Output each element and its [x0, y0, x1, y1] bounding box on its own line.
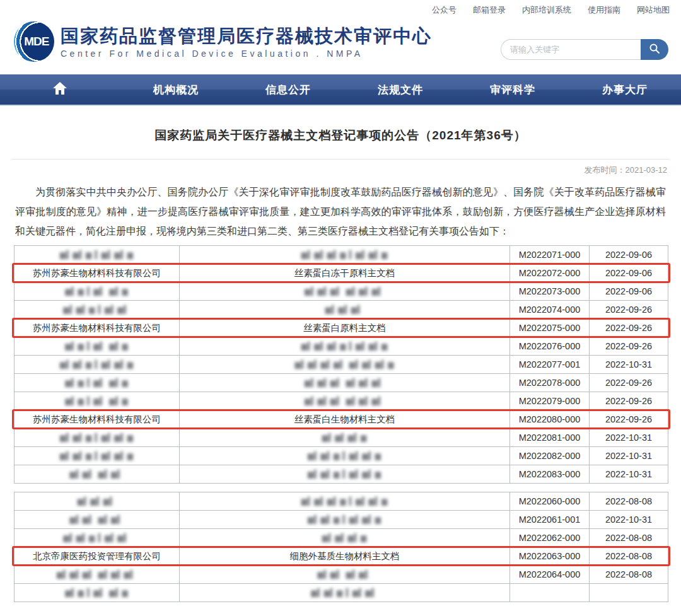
company-cell: 苏州苏豪生物材料科技有限公司: [14, 319, 179, 337]
brand-text: 国家药品监督管理局医疗器械技术审评中心 Center For Medical D…: [61, 25, 432, 59]
nav-home[interactable]: [0, 74, 120, 105]
nav-item[interactable]: 法规文件: [344, 74, 457, 105]
table-row: ▆▍▆▍▆ ▍▆▍▆▍▆▆▍▆▍▆▍▆▍ ▆▍▆▍▆▍▆M2022077-001…: [14, 356, 668, 374]
date-cell: 2022-08-08: [589, 566, 668, 583]
nav-item[interactable]: 办事大厅: [569, 74, 681, 105]
nav-item[interactable]: 信息公开: [232, 74, 344, 105]
date-cell: 2022-08-08: [589, 529, 668, 547]
registration-cell: M2022074-000: [509, 301, 589, 318]
home-icon: [52, 81, 67, 98]
registration-cell: M2022078-000: [509, 374, 589, 392]
company-cell: ▆▍▆▍▆ ▍▆▍▆▍▆: [14, 429, 179, 446]
redacted-text: ▆▍▆ ▍▆▍ ▆▍▆: [65, 342, 129, 351]
topbar-link[interactable]: 网站地图: [637, 4, 670, 16]
page: 公众号邮箱登录内部培训系统使用指南网站地图 MDE 国家药品监督管理局医疗器械技…: [0, 0, 681, 616]
master-file-table: ▆▍▆▍▆ ▍▆▍▆▍▆▆▍▆▍▆▍▆ ▍▆▍▆▍▆M2022071-00020…: [14, 245, 668, 602]
redacted-text: ▆▍▆▍▆▍ ▆▍▆▍▆▍: [305, 287, 385, 296]
publish-date-line: 发布时间：2021-03-12: [0, 160, 681, 176]
redacted-text: ▆▍▆▍▆ ▍▆▍▆▍▆: [60, 250, 134, 259]
page-title: 国家药监局关于医疗器械主文档登记事项的公告（2021年第36号）: [0, 127, 681, 144]
table-row: ▆▍▆▍▆ ▍▆▍▆▍▆▆▍▆▍▆▍▆ ▍▆▍▆▍▆M2022071-00020…: [14, 246, 668, 264]
registration-cell: M2022075-000: [509, 319, 589, 337]
table-row: ▆▍▆ ▍▆▍ ▆▍▆▆▍▆▍▆▍ ▆▍▆▍▆▍M2022079-0002022…: [14, 392, 668, 410]
date-cell: 2022-09-26: [589, 337, 668, 355]
document-cell: 丝素蛋白生物材料主文档: [179, 410, 509, 428]
redacted-text: ▆▍▆▍▆ ▍▆▍▆▍▆: [308, 451, 381, 460]
company-cell: ▆▍▆ ▍▆▍ ▆▍▆: [14, 337, 179, 355]
date-cell: 2022-09-06: [589, 264, 668, 282]
company-cell: ▆▍▆ ▍▆▍ ▆▍▆: [14, 282, 179, 300]
redacted-text: ▆▍▆▍▆▍ ▆▍▆▍▆▍: [57, 570, 137, 579]
document-cell: ▆▍▆▍▆▍▆ ▍▆▍▆▍▆: [179, 246, 509, 264]
registration-cell: M2022083-000: [509, 465, 589, 483]
document-cell: ▆▍▆▍▆▍▆▍ ▆▍▆▍▆▍▆: [179, 356, 509, 373]
document-cell: ▆▍▆▍▆▍▆: [179, 529, 509, 547]
registration-cell: M2022062-000: [509, 529, 589, 547]
topbar-link[interactable]: 邮箱登录: [473, 4, 506, 16]
redacted-text: ▆▍▆▍▆ ▍▆▍▆▍: [63, 533, 131, 542]
table-row: ▆▍▆▍▆ ▍▆▍▆▍▆▆▍▆▍▆▍▆M2022081-0002022-10-3…: [14, 429, 668, 447]
redacted-text: ▆▍▆▍▆▍ ▆▍▆▍▆▍: [305, 378, 385, 387]
redacted-text: ▆▍▆▍▆ ▍▆▍▆▍▆: [60, 433, 134, 442]
company-cell: ▆▍▆ ▍▆▍ ▆▍▆: [14, 392, 179, 410]
table-row: ▆▍▆▍▆ ▍▆▍▆▍▆▆▍▆▍▆ ▍▆▍▆▍▆M2022082-0002022…: [14, 447, 668, 465]
nav-item[interactable]: 机构概况: [120, 74, 232, 105]
search-input[interactable]: [501, 39, 641, 60]
document-cell: ▆▍▆▍▆ ▍▆▍▆▍▆: [179, 465, 509, 483]
company-cell: ▆▍▆▍ ▆▍▆▍: [14, 465, 179, 483]
topbar-link[interactable]: 公众号: [432, 4, 457, 16]
registration-cell: M2022060-000: [509, 492, 589, 510]
registration-cell: M2022079-000: [509, 392, 589, 410]
topbar-link[interactable]: 内部培训系统: [522, 4, 571, 16]
date-cell: 2022-08-08: [589, 547, 668, 565]
table-row-highlighted: 苏州苏豪生物材料科技有限公司丝素蛋白原料主文档M2022075-0002022-…: [14, 319, 668, 337]
table-row: ▆▍▆ ▍▆▍ ▆▍▆▆▍▆▍▆ ▍▆▍▆▍: [14, 584, 668, 602]
registration-cell: M2022072-000: [509, 264, 589, 282]
redacted-text: ▆▍▆▍▆▍▆▍ ▆▍▆▍▆▍▆: [295, 360, 395, 369]
table-row: ▆▍▆▍▆▍ ▆▍▆▍▆▍▆▍▆▍ ▆▍▆▍M2022064-0002022-0…: [14, 566, 668, 584]
redacted-text: ▆▍▆▍▆ ▍▆▍▆▍▆: [60, 360, 134, 369]
document-cell: ▆▍▆▍▆▍: [179, 301, 509, 318]
date-cell: 2022-10-31: [589, 429, 668, 446]
company-cell: ▆▍▆▍▆ ▍▆▍▆▍: [14, 529, 179, 547]
document-cell: ▆▍▆▍▆ ▍▆▍▆▍▆: [179, 511, 509, 528]
company-cell: ▆▍▆▍▆ ▍▆▍▆▍▆: [14, 447, 179, 465]
table-row: ▆▍▆ ▍▆▍ ▆▍▆▆▍▆▍▆▍ ▆▍▆▍▆▍M2022073-0002022…: [14, 282, 668, 301]
document-cell: 细胞外基质生物材料主文档: [179, 547, 509, 565]
redacted-text: ▆▍▆▍▆ ▍▆▍▆▍: [63, 305, 131, 314]
article: 国家药监局关于医疗器械主文档登记事项的公告（2021年第36号） 发布时间：20…: [0, 106, 681, 602]
date-cell: 2022-10-31: [589, 465, 668, 483]
redacted-text: ▆▍▆▍▆▍▆ ▍▆▍▆▍▆: [301, 250, 388, 259]
redacted-text: ▆▍▆▍ ▆▍▆▍: [317, 570, 371, 579]
intro-paragraph: 为贯彻落实中共中央办公厅、国务院办公厅《关于深化审评审批制度改革鼓励药品医疗器械…: [15, 182, 666, 241]
table-row: ▆▍▆ ▍▆▍ ▆▍▆▆▍▆▍▆▍ ▆▍▆▍▆▍M2022078-0002022…: [14, 374, 668, 392]
redacted-text: ▆▍▆ ▍▆▍ ▆▍▆: [65, 378, 129, 387]
date-cell: 2022-10-31: [589, 511, 668, 528]
date-cell: 2022-09-06: [589, 246, 668, 264]
table-row: ▆▍▆ ▍▆▍ ▆▍▆▆▍▆▍▆▍▆ ▍▆▍▆▍▆M2022076-000202…: [14, 337, 668, 356]
publish-date-label: 发布时间：: [585, 165, 626, 175]
redacted-text: ▆▍▆▍ ▆▍▆▍: [69, 470, 124, 479]
topbar-link[interactable]: 使用指南: [588, 4, 620, 16]
date-cell: [589, 584, 668, 601]
top-utility-bar: 公众号邮箱登录内部培训系统使用指南网站地图: [0, 0, 681, 16]
site-brand[interactable]: MDE 国家药品监督管理局医疗器械技术审评中心 Center For Medic…: [14, 21, 432, 62]
table-row: ▆▍▆▍▆ ▍▆▍▆▍▆▍▆▍▆▍▆M2022062-0002022-08-08: [14, 529, 668, 547]
redacted-text: ▆▍▆▍▆▍▆: [322, 533, 368, 542]
company-cell: 苏州苏豪生物材料科技有限公司: [14, 264, 179, 282]
redacted-text: ▆▍▆▍▆▍ ▆▍▆▍▆▍: [305, 397, 385, 405]
table-row-highlighted: 北京帝康医药投资管理有限公司细胞外基质生物材料主文档M2022063-00020…: [14, 547, 668, 566]
redacted-text: ▆▍▆▍▆ ▍▆▍▆▍▆: [308, 515, 381, 524]
nav-item[interactable]: 审评科学: [457, 74, 569, 105]
registration-cell: M2022076-000: [509, 337, 589, 355]
table-row: ▆▍▆▍ ▆▍▆▍▆▍▆▍▆ ▍▆▍▆▍▆M2022083-0002022-10…: [14, 465, 668, 484]
registration-cell: M2022082-000: [509, 447, 589, 465]
document-cell: ▆▍▆▍▆▍ ▆▍▆▍▆▍: [179, 374, 509, 392]
search-button[interactable]: [641, 39, 668, 60]
document-cell: ▆▍▆▍▆ ▍▆▍▆▍▆: [179, 447, 509, 465]
org-name-cn: 国家药品监督管理局医疗器械技术审评中心: [61, 25, 432, 47]
search-bar: [501, 39, 668, 60]
redacted-text: ▆▍▆▍▆▍: [325, 305, 364, 314]
document-cell: ▆▍▆▍▆▍▆ ▍▆▍▆▍▆: [179, 492, 509, 510]
redacted-text: ▆▍▆ ▍▆▍ ▆▍▆: [65, 588, 129, 597]
